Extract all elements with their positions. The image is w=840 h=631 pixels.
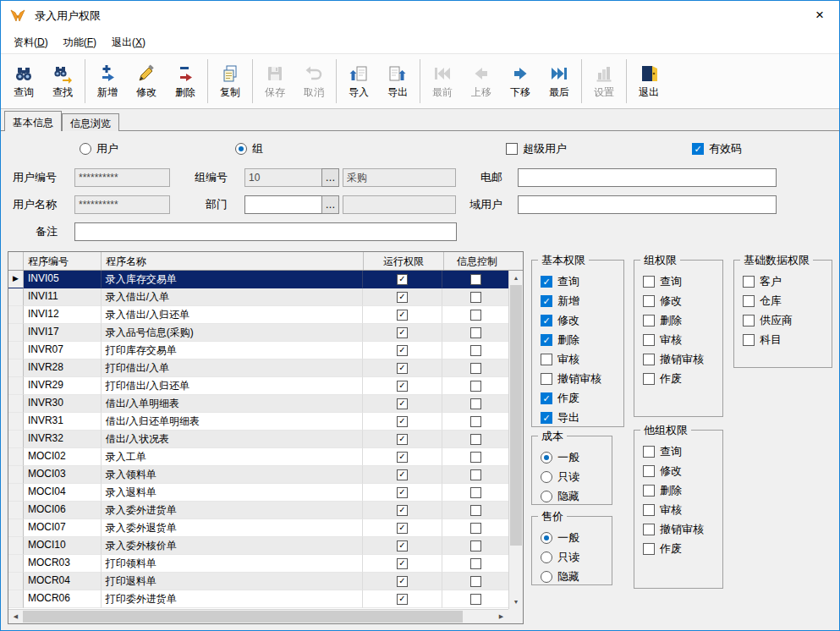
header-program-code[interactable]: 程序编号 (24, 252, 102, 270)
info-control-checkbox[interactable] (470, 540, 481, 551)
base-data-permission-checkbox[interactable]: 供应商 (743, 313, 830, 328)
table-row[interactable]: MOCI02 录入工单 ✓ (8, 448, 508, 466)
user-radio[interactable]: 用户 (80, 141, 118, 156)
toolbar-button-search[interactable]: 查询 (4, 57, 43, 106)
basic-permission-checkbox[interactable]: ✓ 修改 (541, 313, 622, 328)
horizontal-scrollbar-thumb[interactable] (23, 611, 463, 623)
domain-user-field[interactable] (518, 195, 777, 214)
group-permission-checkbox[interactable]: 查询 (643, 274, 721, 289)
run-permission-checkbox[interactable]: ✓ (397, 469, 408, 480)
department-browse-button[interactable]: … (321, 195, 339, 214)
menu-item-f[interactable]: 功能(F) (56, 32, 104, 53)
close-icon[interactable]: × (800, 1, 839, 30)
info-control-checkbox[interactable] (470, 274, 481, 285)
valid-code-checkbox[interactable]: ✓ 有效码 (692, 141, 742, 156)
table-row[interactable]: INVR31 借出/入归还单明细表 ✓ (8, 413, 508, 431)
info-control-checkbox[interactable] (470, 576, 481, 587)
group-permission-checkbox[interactable]: 作废 (643, 371, 721, 387)
run-permission-checkbox[interactable]: ✓ (397, 381, 408, 392)
toolbar-button-delete[interactable]: 删除 (166, 57, 205, 106)
info-control-checkbox[interactable] (470, 381, 481, 392)
run-permission-checkbox[interactable]: ✓ (397, 540, 408, 551)
price-option-radio[interactable]: 一般 (541, 530, 610, 546)
toolbar-button-last[interactable]: 最后 (540, 57, 579, 106)
basic-permission-checkbox[interactable]: ✓ 作废 (541, 391, 622, 406)
info-control-checkbox[interactable] (470, 523, 481, 534)
run-permission-checkbox[interactable]: ✓ (397, 310, 408, 321)
info-control-checkbox[interactable] (470, 398, 481, 409)
toolbar-button-copy[interactable]: 复制 (211, 57, 250, 106)
info-control-checkbox[interactable] (470, 558, 481, 569)
vertical-scrollbar-thumb[interactable] (510, 285, 522, 546)
info-control-checkbox[interactable] (470, 452, 481, 463)
super-user-checkbox[interactable]: 超级用户 (506, 141, 567, 156)
user-name-field[interactable] (74, 195, 170, 214)
header-info-control[interactable]: 信息控制 (444, 252, 510, 270)
run-permission-checkbox[interactable]: ✓ (397, 452, 408, 463)
info-control-checkbox[interactable] (470, 327, 481, 338)
run-permission-checkbox[interactable]: ✓ (397, 345, 408, 356)
info-control-checkbox[interactable] (470, 469, 481, 480)
department-field[interactable] (244, 195, 322, 214)
department-name-field[interactable] (343, 195, 456, 214)
run-permission-checkbox[interactable]: ✓ (397, 416, 408, 427)
run-permission-checkbox[interactable]: ✓ (397, 363, 408, 374)
group-name-field[interactable] (343, 168, 456, 187)
run-permission-checkbox[interactable]: ✓ (397, 594, 408, 605)
scroll-right-icon[interactable]: ▶ (494, 610, 508, 623)
table-row[interactable]: MOCI06 录入委外进货单 ✓ (8, 502, 508, 519)
menu-item-d[interactable]: 资料(D) (6, 32, 56, 53)
group-id-browse-button[interactable]: … (321, 168, 339, 187)
table-row[interactable]: ▶ INVI05 录入库存交易单 ✓ (8, 271, 508, 288)
table-row[interactable]: INVR28 打印借出/入单 ✓ (8, 359, 508, 377)
vertical-scrollbar[interactable]: ▲ ▼ (508, 271, 523, 609)
header-run-permission[interactable]: 运行权限 (364, 252, 444, 270)
basic-permission-checkbox[interactable]: 审核 (541, 352, 622, 367)
price-option-radio[interactable]: 只读 (541, 550, 610, 565)
price-option-radio[interactable]: 隐藏 (541, 569, 610, 584)
run-permission-checkbox[interactable]: ✓ (397, 523, 408, 534)
toolbar-button-exit[interactable]: 退出 (629, 57, 668, 106)
group-permission-checkbox[interactable]: 撤销审核 (643, 352, 721, 367)
info-control-checkbox[interactable] (470, 416, 481, 427)
table-row[interactable]: MOCR04 打印退料单 ✓ (8, 573, 508, 590)
table-row[interactable]: INVR32 借出/入状况表 ✓ (8, 431, 508, 448)
other-group-permission-checkbox[interactable]: 查询 (643, 444, 721, 459)
cost-option-radio[interactable]: 一般 (541, 450, 610, 465)
group-permission-checkbox[interactable]: 修改 (643, 294, 721, 309)
info-control-checkbox[interactable] (470, 345, 481, 356)
toolbar-button-edit[interactable]: 修改 (127, 57, 166, 106)
info-control-checkbox[interactable] (470, 594, 481, 605)
info-control-checkbox[interactable] (470, 434, 481, 445)
other-group-permission-checkbox[interactable]: 作废 (643, 541, 721, 557)
table-row[interactable]: MOCI03 录入领料单 ✓ (8, 466, 508, 484)
base-data-permission-checkbox[interactable]: 仓库 (743, 294, 830, 309)
table-row[interactable]: INVI11 录入借出/入单 ✓ (8, 288, 508, 306)
scroll-up-icon[interactable]: ▲ (509, 271, 523, 285)
toolbar-button-move-down[interactable]: 下移 (501, 57, 540, 106)
tab-0[interactable]: 基本信息 (4, 111, 62, 131)
table-row[interactable]: INVI17 录入品号信息(采购) ✓ (8, 324, 508, 342)
basic-permission-checkbox[interactable]: ✓ 新增 (541, 294, 622, 309)
other-group-permission-checkbox[interactable]: 审核 (643, 502, 721, 518)
run-permission-checkbox[interactable]: ✓ (397, 292, 408, 303)
email-field[interactable] (518, 168, 777, 187)
run-permission-checkbox[interactable]: ✓ (397, 398, 408, 409)
basic-permission-checkbox[interactable]: ✓ 删除 (541, 332, 622, 348)
tab-1[interactable]: 信息浏览 (62, 113, 119, 131)
other-group-permission-checkbox[interactable]: 修改 (643, 464, 721, 479)
basic-permission-checkbox[interactable]: 撤销审核 (541, 371, 622, 387)
table-row[interactable]: MOCI10 录入委外核价单 ✓ (8, 537, 508, 555)
cost-option-radio[interactable]: 隐藏 (541, 489, 610, 504)
run-permission-checkbox[interactable]: ✓ (397, 576, 408, 587)
toolbar-button-import[interactable]: 导入 (339, 57, 378, 106)
table-row[interactable]: MOCR06 打印委外进货单 ✓ (8, 590, 508, 608)
base-data-permission-checkbox[interactable]: 科目 (743, 332, 830, 348)
header-program-name[interactable]: 程序名称 (102, 252, 364, 270)
group-id-field[interactable] (244, 168, 322, 187)
toolbar-button-add[interactable]: 新增 (88, 57, 127, 106)
group-radio[interactable]: 组 (235, 141, 263, 156)
menu-item-x[interactable]: 退出(X) (104, 32, 153, 53)
table-row[interactable]: MOCI07 录入委外退货单 ✓ (8, 519, 508, 537)
table-row[interactable]: INVR07 打印库存交易单 ✓ (8, 342, 508, 359)
